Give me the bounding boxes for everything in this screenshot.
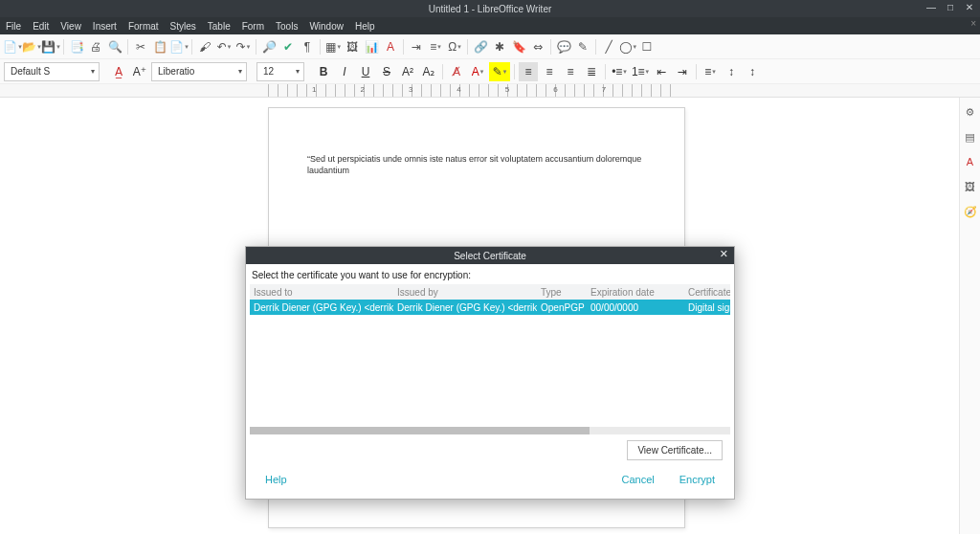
redo-button[interactable]: ↷ bbox=[234, 38, 252, 56]
col-type[interactable]: Type bbox=[537, 287, 587, 298]
indent-button[interactable]: ⇥ bbox=[673, 62, 692, 81]
draw-functions-button[interactable]: ☐ bbox=[638, 38, 656, 56]
window-minimize-icon[interactable]: — bbox=[926, 2, 936, 12]
increase-spacing-button[interactable]: ↕ bbox=[722, 62, 741, 81]
cell-expiration: 00/00/0000 bbox=[587, 302, 684, 313]
clear-format-button[interactable]: A̸ bbox=[447, 62, 466, 81]
undo-button[interactable]: ↶ bbox=[215, 38, 233, 56]
separator bbox=[403, 39, 404, 55]
open-button[interactable]: 📂 bbox=[23, 38, 40, 56]
clone-format-button[interactable]: 🖌 bbox=[196, 38, 213, 56]
paste-button[interactable]: 📄 bbox=[170, 38, 188, 56]
export-pdf-button[interactable]: 📑 bbox=[68, 38, 85, 56]
window-maximize-icon[interactable]: □ bbox=[946, 2, 955, 12]
encrypt-button[interactable]: Encrypt bbox=[679, 474, 715, 485]
align-center-button[interactable]: ≡ bbox=[540, 62, 559, 81]
cut-button[interactable]: ✂ bbox=[132, 38, 149, 56]
menu-form[interactable]: Form bbox=[242, 21, 264, 32]
certificate-hscrollbar[interactable] bbox=[250, 427, 730, 434]
window-close-icon[interactable]: ✕ bbox=[965, 2, 974, 12]
new-style-button[interactable]: A⁺ bbox=[130, 62, 149, 81]
insert-textbox-button[interactable]: A bbox=[382, 38, 399, 56]
col-issued-to[interactable]: Issued to bbox=[250, 287, 393, 298]
separator bbox=[320, 39, 321, 55]
comment-button[interactable]: 💬 bbox=[555, 38, 572, 56]
certificate-row[interactable]: Derrik Diener (GPG Key.) <derrik.diener@… bbox=[250, 300, 730, 315]
underline-button[interactable]: U bbox=[356, 62, 375, 81]
paragraph-style-combo[interactable]: Default S bbox=[4, 62, 100, 81]
decrease-spacing-button[interactable]: ↕ bbox=[743, 62, 762, 81]
insert-chart-button[interactable]: 📊 bbox=[363, 38, 380, 56]
sidebar-page-icon[interactable]: ▤ bbox=[962, 128, 979, 145]
certificate-table: Issued to Issued by Type Expiration date… bbox=[250, 284, 730, 434]
sidebar-styles-icon[interactable]: A bbox=[962, 153, 979, 170]
menu-view[interactable]: View bbox=[60, 21, 81, 32]
copy-button[interactable]: 📋 bbox=[151, 38, 168, 56]
cross-ref-button[interactable]: ⇔ bbox=[529, 38, 546, 56]
menu-format[interactable]: Format bbox=[128, 21, 159, 32]
menu-table[interactable]: Table bbox=[208, 21, 231, 32]
superscript-button[interactable]: A² bbox=[398, 62, 417, 81]
select-certificate-dialog: Select Certificate ✕ Select the certific… bbox=[245, 246, 735, 500]
insert-image-button[interactable]: 🖼 bbox=[344, 38, 361, 56]
help-button[interactable]: Help bbox=[265, 474, 287, 485]
bookmark-button[interactable]: 🔖 bbox=[510, 38, 527, 56]
font-name-value: Liberatio bbox=[158, 66, 194, 77]
number-list-button[interactable]: 1≡ bbox=[631, 62, 650, 81]
menu-edit[interactable]: Edit bbox=[33, 21, 49, 32]
separator bbox=[256, 39, 256, 55]
sidebar-navigator-icon[interactable]: 🧭 bbox=[962, 203, 979, 220]
col-issued-by[interactable]: Issued by bbox=[393, 287, 537, 298]
shapes-button[interactable]: ◯ bbox=[619, 38, 636, 56]
special-char-button[interactable]: Ω bbox=[446, 38, 463, 56]
new-doc-button[interactable]: 📄 bbox=[4, 38, 21, 56]
footnote-button[interactable]: ✱ bbox=[491, 38, 508, 56]
align-right-button[interactable]: ≡ bbox=[561, 62, 580, 81]
print-preview-button[interactable]: 🔍 bbox=[106, 38, 123, 56]
page-break-button[interactable]: ⇥ bbox=[408, 38, 425, 56]
update-style-button[interactable]: A̲ bbox=[109, 62, 128, 81]
insert-table-button[interactable]: ▦ bbox=[324, 38, 342, 56]
col-expiration[interactable]: Expiration date bbox=[587, 287, 684, 298]
separator bbox=[191, 39, 192, 55]
insert-field-button[interactable]: ≡ bbox=[427, 38, 444, 56]
align-justify-button[interactable]: ≣ bbox=[582, 62, 601, 81]
bullet-list-button[interactable]: •≡ bbox=[610, 62, 629, 81]
menu-styles[interactable]: Styles bbox=[170, 21, 196, 32]
highlight-button[interactable]: ✎ bbox=[489, 62, 510, 81]
menu-tools[interactable]: Tools bbox=[276, 21, 298, 32]
align-left-button[interactable]: ≡ bbox=[519, 62, 538, 81]
strike-button[interactable]: S bbox=[377, 62, 396, 81]
menu-help[interactable]: Help bbox=[355, 21, 375, 32]
bold-button[interactable]: B bbox=[314, 62, 333, 81]
font-color-button[interactable]: A bbox=[468, 62, 487, 81]
font-size-combo[interactable]: 12 bbox=[256, 62, 304, 81]
font-name-combo[interactable]: Liberatio bbox=[151, 62, 247, 81]
hyperlink-button[interactable]: 🔗 bbox=[472, 38, 489, 56]
ruler-tick: 6 bbox=[553, 85, 557, 94]
col-usage[interactable]: Certificate us bbox=[684, 287, 730, 298]
menu-file[interactable]: File bbox=[6, 21, 21, 32]
find-button[interactable]: 🔎 bbox=[260, 38, 278, 56]
formatting-marks-button[interactable]: ¶ bbox=[299, 38, 316, 56]
line-button[interactable]: ╱ bbox=[600, 38, 617, 56]
outdent-button[interactable]: ⇤ bbox=[652, 62, 671, 81]
sidebar-gallery-icon[interactable]: 🖼 bbox=[962, 178, 979, 195]
document-text[interactable]: “Sed ut perspiciatis unde omnis iste nat… bbox=[307, 154, 646, 176]
horizontal-ruler[interactable]: 1 2 3 4 5 6 7 bbox=[0, 84, 980, 98]
subscript-button[interactable]: A₂ bbox=[419, 62, 438, 81]
line-spacing-button[interactable]: ≡ bbox=[701, 62, 720, 81]
menu-insert[interactable]: Insert bbox=[93, 21, 117, 32]
track-changes-button[interactable]: ✎ bbox=[574, 38, 591, 56]
italic-button[interactable]: I bbox=[335, 62, 354, 81]
print-button[interactable]: 🖨 bbox=[87, 38, 104, 56]
document-close-icon[interactable]: × bbox=[970, 18, 976, 29]
dialog-close-icon[interactable]: ✕ bbox=[720, 248, 728, 260]
sidebar-properties-icon[interactable]: ⚙ bbox=[962, 103, 979, 121]
spellcheck-button[interactable]: ✔ bbox=[279, 38, 297, 56]
menu-window[interactable]: Window bbox=[309, 21, 344, 32]
view-certificate-button[interactable]: View Certificate... bbox=[627, 440, 723, 460]
save-button[interactable]: 💾 bbox=[42, 38, 59, 56]
certificate-table-header: Issued to Issued by Type Expiration date… bbox=[250, 284, 730, 300]
cancel-button[interactable]: Cancel bbox=[621, 474, 654, 485]
